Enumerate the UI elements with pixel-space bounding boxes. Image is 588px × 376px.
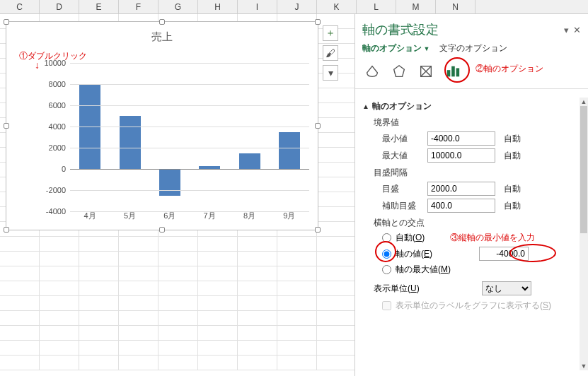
max-auto[interactable]: 自動 bbox=[504, 150, 521, 162]
major-auto[interactable]: 自動 bbox=[504, 183, 521, 195]
minor-auto[interactable]: 自動 bbox=[504, 200, 521, 212]
cross-max-radio[interactable] bbox=[382, 265, 391, 274]
chart-title[interactable]: 売上 bbox=[6, 30, 318, 44]
chart-add-element-button[interactable]: ＋ bbox=[323, 25, 338, 41]
scroll-up-icon[interactable]: ▲ bbox=[580, 98, 588, 106]
bars-area[interactable] bbox=[70, 63, 309, 211]
col-N[interactable]: N bbox=[436, 0, 475, 13]
tab-axis-options[interactable]: 軸のオプション bbox=[362, 42, 430, 54]
x-tick-label: 9月 bbox=[283, 211, 295, 221]
cross-value-radio[interactable] bbox=[382, 249, 391, 259]
plus-icon: ＋ bbox=[325, 27, 335, 40]
y-axis[interactable]: 1000080006000400020000-2000-4000 bbox=[40, 63, 70, 211]
effects-icon[interactable] bbox=[389, 61, 409, 81]
annotation-2: ②軸のオプション bbox=[475, 63, 543, 75]
cross-auto-radio[interactable] bbox=[382, 233, 391, 242]
tab-text-options[interactable]: 文字のオプション bbox=[439, 42, 507, 54]
y-tick-label: 2000 bbox=[49, 143, 66, 152]
resize-handle[interactable] bbox=[4, 227, 9, 233]
col-M[interactable]: M bbox=[396, 0, 436, 13]
x-tick-label: 5月 bbox=[124, 211, 136, 221]
svg-rect-2 bbox=[447, 70, 451, 76]
cross-value-label: 軸の値(E) bbox=[396, 248, 432, 260]
display-unit-select[interactable]: なし bbox=[482, 281, 531, 295]
bar[interactable] bbox=[159, 169, 180, 196]
cross-label: 横軸との交点 bbox=[374, 217, 584, 229]
display-unit-label: 表示単位(U) bbox=[374, 283, 420, 295]
resize-handle[interactable] bbox=[159, 227, 165, 233]
y-tick-label: 8000 bbox=[49, 80, 66, 88]
major-input[interactable] bbox=[427, 182, 495, 196]
col-I[interactable]: I bbox=[238, 0, 277, 13]
bar[interactable] bbox=[120, 116, 141, 169]
display-unit-check bbox=[382, 301, 391, 310]
cross-auto-label: 自動(O) bbox=[396, 232, 425, 244]
x-tick-label: 8月 bbox=[243, 211, 255, 221]
col-F[interactable]: F bbox=[119, 0, 158, 13]
svg-rect-3 bbox=[451, 66, 455, 77]
resize-handle[interactable] bbox=[315, 123, 321, 129]
column-headers: C D E F G H I J K L M N bbox=[0, 0, 588, 14]
y-tick-label: 4000 bbox=[49, 122, 66, 131]
max-input[interactable] bbox=[427, 148, 495, 163]
col-C[interactable]: C bbox=[0, 0, 40, 13]
chart-quick-tools: ＋ 🖌 ▾ bbox=[323, 25, 338, 81]
x-axis[interactable]: 4月5月6月7月8月9月 bbox=[40, 207, 309, 221]
section-axis-options[interactable]: ▲ 軸のオプション bbox=[362, 100, 584, 112]
resize-handle[interactable] bbox=[315, 227, 321, 233]
col-J[interactable]: J bbox=[277, 0, 317, 13]
chart-object[interactable]: 売上 ①ダブルクリック ↓ 1000080006000400020000-200… bbox=[6, 21, 318, 230]
resize-handle[interactable] bbox=[4, 123, 9, 129]
minor-label: 補助目盛 bbox=[382, 200, 422, 212]
brush-icon: 🖌 bbox=[325, 47, 335, 59]
fill-line-icon[interactable] bbox=[362, 61, 382, 81]
col-D[interactable]: D bbox=[40, 0, 79, 13]
col-H[interactable]: H bbox=[198, 0, 238, 13]
pane-scrollbar[interactable]: ▲ ▼ bbox=[580, 98, 588, 370]
pane-body: ▲ 軸のオプション 境界値 最小値 自動 最大値 自動 目盛間隔 目盛 自動 補… bbox=[355, 98, 588, 376]
minor-input[interactable] bbox=[427, 199, 495, 213]
scroll-thumb[interactable] bbox=[580, 106, 587, 233]
format-axis-pane: 軸の書式設定 ▾ ✕ 軸のオプション 文字のオプション ②軸のオプション ▲ 軸… bbox=[354, 14, 588, 376]
col-L[interactable]: L bbox=[357, 0, 396, 13]
scroll-down-icon[interactable]: ▼ bbox=[580, 362, 588, 370]
pane-title: 軸の書式設定 bbox=[362, 21, 560, 38]
annotation-3: ③縦軸の最小値を入力 bbox=[450, 232, 535, 244]
min-auto[interactable]: 自動 bbox=[504, 133, 521, 145]
bar[interactable] bbox=[239, 153, 260, 170]
chart-styles-button[interactable]: 🖌 bbox=[323, 45, 338, 61]
svg-rect-4 bbox=[456, 68, 460, 76]
size-properties-icon[interactable] bbox=[416, 61, 436, 81]
resize-handle[interactable] bbox=[159, 19, 165, 25]
pane-close-button[interactable]: ✕ bbox=[573, 25, 581, 35]
axis-options-icon[interactable] bbox=[443, 61, 463, 81]
min-input[interactable] bbox=[427, 131, 495, 146]
max-label: 最大値 bbox=[382, 150, 422, 162]
close-icon: ✕ bbox=[573, 25, 581, 35]
pane-dropdown-button[interactable]: ▾ bbox=[564, 25, 569, 35]
y-tick-label: -2000 bbox=[46, 186, 66, 194]
x-tick-label: 4月 bbox=[84, 211, 96, 221]
col-G[interactable]: G bbox=[158, 0, 198, 13]
section-title: 軸のオプション bbox=[372, 100, 432, 112]
units-label: 目盛間隔 bbox=[374, 167, 584, 179]
resize-handle[interactable] bbox=[315, 19, 321, 25]
bounds-label: 境界値 bbox=[374, 117, 584, 129]
bar[interactable] bbox=[279, 132, 300, 170]
cross-value-input[interactable] bbox=[479, 247, 529, 261]
y-tick-label: 0 bbox=[62, 165, 66, 173]
x-tick-label: 6月 bbox=[163, 211, 175, 221]
plot-area[interactable]: 1000080006000400020000-2000-4000 bbox=[40, 63, 309, 211]
resize-handle[interactable] bbox=[4, 19, 9, 25]
annotation-1-arrow: ↓ bbox=[35, 61, 40, 69]
collapse-triangle-icon: ▲ bbox=[362, 102, 369, 110]
x-tick-label: 7月 bbox=[204, 211, 216, 221]
major-label: 目盛 bbox=[382, 183, 422, 195]
col-E[interactable]: E bbox=[79, 0, 119, 13]
y-tick-label: 10000 bbox=[44, 59, 66, 67]
y-tick-label: 6000 bbox=[49, 101, 66, 110]
col-K[interactable]: K bbox=[317, 0, 357, 13]
chart-filter-button[interactable]: ▾ bbox=[323, 65, 338, 81]
cross-max-label: 軸の最大値(M) bbox=[396, 264, 451, 276]
funnel-icon: ▾ bbox=[328, 67, 333, 78]
